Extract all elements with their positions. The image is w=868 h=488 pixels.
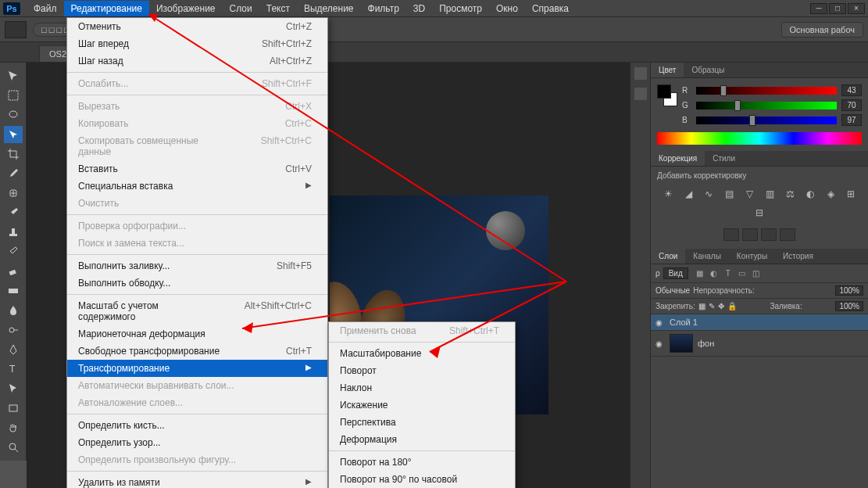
minimize-button[interactable]: ─ [810, 3, 827, 14]
filter-smart-icon[interactable]: ◫ [751, 268, 762, 279]
menu-item[interactable]: Выполнить обводку... [67, 274, 327, 292]
menu-item[interactable]: Масштабирование [329, 345, 515, 362]
menu-item[interactable]: Определить кисть... [67, 417, 327, 434]
menu-item[interactable]: Специальная вставка▶ [67, 178, 327, 195]
lookup-icon[interactable]: ⊟ [752, 206, 766, 219]
gradient-tool[interactable] [4, 282, 23, 300]
menu-item[interactable]: Масштаб с учетом содержимогоAlt+Shift+Ct… [67, 297, 327, 325]
b-value[interactable]: 97 [841, 114, 862, 126]
layer-thumbnail[interactable] [670, 334, 693, 353]
lock-all-icon[interactable]: 🔒 [727, 302, 737, 310]
menu-item[interactable]: Трансформирование▶ [67, 360, 327, 377]
filter-shape-icon[interactable]: ▭ [737, 268, 748, 279]
zoom-tool[interactable] [4, 439, 23, 456]
g-slider[interactable] [696, 102, 837, 109]
menu-текст[interactable]: Текст [259, 1, 297, 16]
g-value[interactable]: 70 [841, 99, 862, 111]
preset-icon[interactable] [723, 228, 739, 241]
preset-icon[interactable] [742, 228, 758, 241]
dodge-tool[interactable] [4, 321, 23, 339]
menu-item[interactable]: ВставитьCtrl+V [67, 160, 327, 178]
balance-icon[interactable]: ⚖ [783, 188, 797, 200]
menu-item[interactable]: Перспектива [329, 414, 515, 431]
layer-name[interactable]: фон [698, 339, 714, 348]
menu-item[interactable]: Деформация [329, 431, 515, 448]
photo-filter-icon[interactable]: ◈ [823, 188, 838, 200]
bw-icon[interactable]: ◐ [803, 188, 817, 200]
pen-tool[interactable] [4, 341, 23, 358]
blur-tool[interactable] [4, 302, 23, 319]
menu-item[interactable]: Шаг впередShift+Ctrl+Z [67, 35, 327, 52]
lasso-tool[interactable] [4, 106, 23, 124]
opacity-value[interactable]: 100% [835, 285, 863, 296]
levels-icon[interactable]: ◢ [681, 188, 695, 200]
lock-position-icon[interactable]: ✥ [718, 302, 724, 310]
color-spectrum[interactable] [657, 132, 862, 145]
menu-item[interactable]: Поворот на 90° по часовой [329, 471, 515, 488]
menu-просмотр[interactable]: Просмотр [432, 1, 489, 16]
healing-tool[interactable] [4, 185, 23, 202]
marquee-tool[interactable] [4, 87, 23, 104]
menu-item[interactable]: Шаг назадAlt+Ctrl+Z [67, 52, 327, 70]
mixer-icon[interactable]: ⊞ [844, 188, 858, 200]
filter-pixel-icon[interactable]: ▦ [695, 268, 705, 279]
brush-tool[interactable] [4, 204, 23, 221]
filter-kind-select[interactable]: Вид [663, 267, 688, 279]
menu-изображение[interactable]: Изображение [149, 1, 223, 16]
menu-item[interactable]: Марионеточная деформация [67, 325, 327, 343]
filter-type-icon[interactable]: T [723, 268, 734, 279]
tab-history[interactable]: История [775, 249, 821, 264]
menu-item[interactable]: Удалить из памяти▶ [67, 474, 327, 488]
menu-item[interactable]: Искажение [329, 396, 515, 414]
tab-channels[interactable]: Каналы [685, 249, 729, 264]
preset-icon[interactable] [780, 228, 795, 241]
r-value[interactable]: 43 [841, 84, 862, 96]
tool-preset[interactable] [5, 21, 27, 38]
rectangle-tool[interactable] [4, 400, 23, 417]
menu-фильтр[interactable]: Фильтр [361, 1, 406, 16]
maximize-button[interactable]: □ [829, 3, 846, 14]
move-tool[interactable] [4, 67, 23, 84]
rail-icon[interactable] [634, 88, 647, 100]
preset-icon[interactable] [761, 228, 777, 241]
layer-row[interactable]: ◉ Слой 1 [651, 314, 868, 331]
menu-редактирование[interactable]: Редактирование [64, 1, 149, 16]
curves-icon[interactable]: ∿ [702, 188, 716, 200]
lock-transparency-icon[interactable]: ▦ [698, 302, 705, 310]
menu-окно[interactable]: Окно [489, 1, 525, 16]
vibrance-icon[interactable]: ▽ [742, 188, 756, 200]
path-selection-tool[interactable] [4, 380, 23, 397]
menu-item[interactable]: Выполнить заливку...Shift+F5 [67, 257, 327, 274]
quick-selection-tool[interactable] [4, 126, 23, 143]
menu-item[interactable]: Наклон [329, 379, 515, 396]
close-button[interactable]: × [848, 3, 865, 14]
eraser-tool[interactable] [4, 263, 23, 280]
menu-выделение[interactable]: Выделение [297, 1, 361, 16]
menu-item[interactable]: Поворот [329, 362, 515, 379]
exposure-icon[interactable]: ▤ [722, 188, 736, 200]
crop-tool[interactable] [4, 145, 23, 163]
tab-layers[interactable]: Слои [651, 249, 685, 264]
menu-3d[interactable]: 3D [406, 1, 432, 16]
menu-слои[interactable]: Слои [223, 1, 259, 16]
stamp-tool[interactable] [4, 224, 23, 241]
r-slider[interactable] [696, 87, 837, 95]
visibility-icon[interactable]: ◉ [655, 339, 665, 348]
tab-paths[interactable]: Контуры [729, 249, 775, 264]
blend-mode-select[interactable]: Обычные [655, 286, 690, 295]
visibility-icon[interactable]: ◉ [655, 318, 665, 327]
menu-справка[interactable]: Справка [525, 1, 576, 16]
layer-row[interactable]: ◉ фон [651, 331, 868, 357]
hand-tool[interactable] [4, 419, 23, 436]
workspace-switcher[interactable]: Основная рабоч [781, 22, 863, 38]
menu-файл[interactable]: Файл [27, 1, 64, 16]
rail-icon[interactable] [634, 67, 647, 80]
tab-styles[interactable]: Стили [705, 151, 743, 166]
fill-value[interactable]: 100% [835, 301, 863, 311]
filter-adjust-icon[interactable]: ◐ [709, 268, 720, 279]
menu-item[interactable]: Поворот на 180° [329, 454, 515, 471]
tab-swatches[interactable]: Образцы [684, 63, 732, 77]
layer-name[interactable]: Слой 1 [670, 318, 698, 327]
brightness-icon[interactable]: ☀ [661, 188, 675, 200]
menu-item[interactable]: Определить узор... [67, 434, 327, 451]
